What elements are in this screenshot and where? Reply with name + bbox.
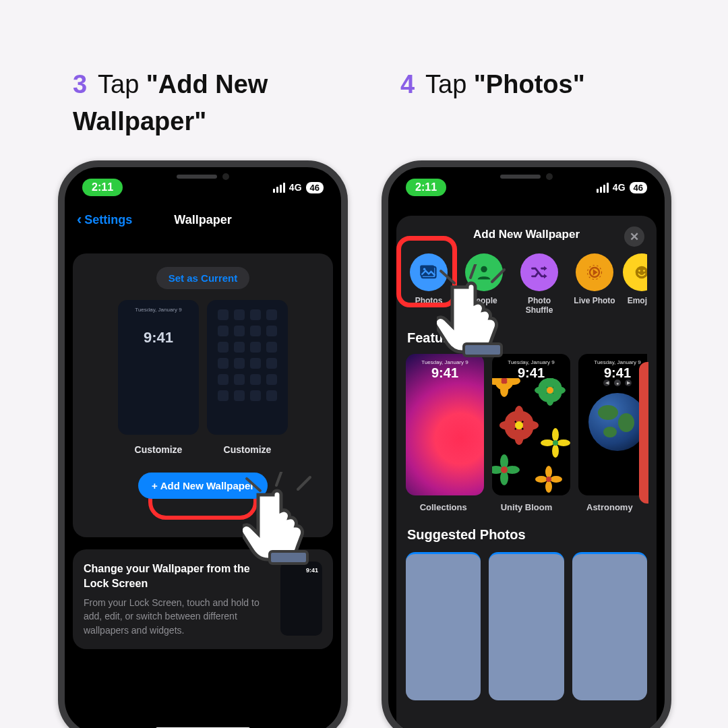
suggested-photo[interactable] — [406, 552, 481, 700]
category-livephoto[interactable]: Live Photo — [573, 253, 616, 315]
close-icon: ✕ — [630, 230, 639, 244]
set-as-current-button[interactable]: Set as Current — [156, 267, 250, 289]
suggested-photo[interactable] — [489, 552, 564, 700]
shuffle-icon — [530, 263, 549, 282]
signal-icon — [273, 183, 285, 193]
step-4-prefix: Tap — [425, 70, 474, 98]
svg-point-50 — [535, 476, 547, 483]
svg-point-12 — [638, 270, 640, 272]
step-4-number: 4 — [400, 70, 419, 98]
category-people[interactable]: People — [462, 253, 506, 315]
status-time: 2:11 — [406, 179, 446, 196]
featured-time: 9:41 — [604, 365, 631, 381]
status-network: 4G — [613, 182, 626, 193]
featured-label-collections: Collections — [406, 502, 481, 512]
phone-step-3: 2:11 4G 46 ‹ Settings Wallpaper Set as C… — [58, 160, 348, 728]
step-3-prefix: Tap — [98, 70, 146, 98]
close-button[interactable]: ✕ — [624, 226, 644, 247]
category-people-label: People — [471, 297, 497, 315]
back-button[interactable]: ‹ Settings — [77, 211, 132, 229]
add-button-label: Add New Wallpaper — [160, 480, 254, 491]
svg-point-39 — [552, 444, 559, 458]
tip-title: Change your Wallpaper from the Lock Scre… — [84, 562, 271, 590]
featured-more-peek — [639, 362, 648, 504]
featured-row[interactable]: Tuesday, January 9 9:41 Tuesday, January… — [406, 354, 647, 495]
svg-point-47 — [501, 466, 508, 473]
step-4-instruction: 4 Tap "Photos" — [400, 66, 684, 103]
featured-unity-bloom[interactable]: Tuesday, January 9 9:41 — [492, 354, 570, 495]
plus-icon: + — [152, 480, 158, 491]
customize-lock-button[interactable]: Customize — [118, 444, 199, 455]
featured-collections[interactable]: Tuesday, January 9 9:41 — [406, 354, 484, 495]
customize-home-button[interactable]: Customize — [207, 444, 288, 455]
homescreen-preview[interactable] — [207, 300, 288, 435]
step-4-bold: "Photos" — [474, 70, 585, 98]
suggested-photo[interactable] — [572, 552, 647, 700]
app-grid-icon — [218, 309, 277, 401]
wallpaper-pair-card: Set as Current Tuesday, January 9 9:41 — [73, 253, 333, 537]
svg-point-51 — [550, 476, 562, 483]
svg-point-37 — [515, 421, 523, 429]
svg-point-13 — [643, 270, 645, 272]
featured-date: Tuesday, January 9 — [508, 359, 554, 365]
svg-point-49 — [545, 481, 552, 493]
person-icon — [475, 263, 493, 282]
livephoto-icon — [585, 263, 604, 282]
category-shuffle[interactable]: Photo Shuffle — [518, 253, 561, 315]
photo-icon — [419, 263, 438, 282]
featured-time: 9:41 — [431, 365, 458, 381]
svg-point-48 — [545, 466, 552, 478]
step-3-instruction: 3 Tap "Add New Wallpaper" — [73, 66, 356, 140]
tip-body: From your Lock Screen, touch and hold to… — [84, 596, 271, 637]
featured-label-unity: Unity Bloom — [489, 502, 564, 512]
tip-illustration: 9:41 — [280, 562, 322, 636]
svg-marker-10 — [593, 269, 598, 275]
add-new-wallpaper-button[interactable]: + Add New Wallpaper — [138, 473, 268, 499]
featured-astronomy[interactable]: Tuesday, January 9 9:41 ◀●▶ — [578, 354, 647, 495]
signal-icon — [597, 183, 609, 193]
suggested-row[interactable] — [406, 552, 647, 700]
category-livephoto-label: Live Photo — [574, 297, 615, 315]
lockscreen-preview[interactable]: Tuesday, January 9 9:41 — [118, 300, 199, 435]
status-bar: 2:11 4G 46 — [388, 174, 665, 201]
emoji-icon — [632, 263, 647, 282]
svg-point-40 — [541, 439, 554, 446]
category-row[interactable]: Photos People Photo Shuffle — [406, 253, 647, 315]
preview-time: 9:41 — [144, 329, 173, 346]
preview-date: Tuesday, January 9 — [135, 307, 181, 313]
phone-step-4: 2:11 4G 46 Add New Wallpaper ✕ — [382, 160, 671, 728]
category-emoji-label: Emoji — [628, 297, 647, 315]
featured-title: Featured — [407, 330, 647, 346]
category-shuffle-label: Photo Shuffle — [518, 297, 561, 315]
lockscreen-tip-card: Change your Wallpaper from the Lock Scre… — [73, 549, 333, 649]
svg-point-52 — [546, 477, 551, 482]
astronomy-dots: ◀●▶ — [603, 380, 632, 386]
step-3-number: 3 — [73, 70, 91, 98]
status-network: 4G — [289, 182, 302, 193]
add-wallpaper-sheet: Add New Wallpaper ✕ Photos — [396, 216, 657, 728]
svg-point-38 — [552, 428, 559, 442]
featured-date: Tuesday, January 9 — [594, 359, 640, 365]
svg-point-17 — [500, 384, 508, 397]
svg-point-11 — [636, 266, 647, 279]
status-battery: 46 — [306, 182, 324, 193]
nav-bar: ‹ Settings Wallpaper — [73, 205, 333, 235]
category-photos[interactable]: Photos — [407, 253, 450, 315]
status-bar: 2:11 4G 46 — [65, 174, 341, 201]
back-label: Settings — [84, 213, 132, 227]
svg-point-28 — [547, 387, 553, 394]
status-battery: 46 — [630, 182, 647, 193]
svg-point-42 — [553, 440, 558, 446]
earth-icon — [588, 393, 646, 451]
suggested-title: Suggested Photos — [407, 527, 647, 543]
category-emoji[interactable]: Emoji — [628, 253, 647, 315]
category-photos-label: Photos — [415, 297, 443, 315]
featured-date: Tuesday, January 9 — [421, 359, 468, 365]
page-title: Wallpaper — [174, 213, 231, 227]
featured-label-astronomy: Astronomy — [572, 502, 647, 512]
chevron-left-icon: ‹ — [77, 211, 82, 229]
tip-mini-time: 9:41 — [306, 567, 318, 574]
svg-point-41 — [557, 439, 570, 446]
status-time: 2:11 — [82, 179, 123, 196]
sheet-title: Add New Wallpaper — [473, 228, 580, 241]
